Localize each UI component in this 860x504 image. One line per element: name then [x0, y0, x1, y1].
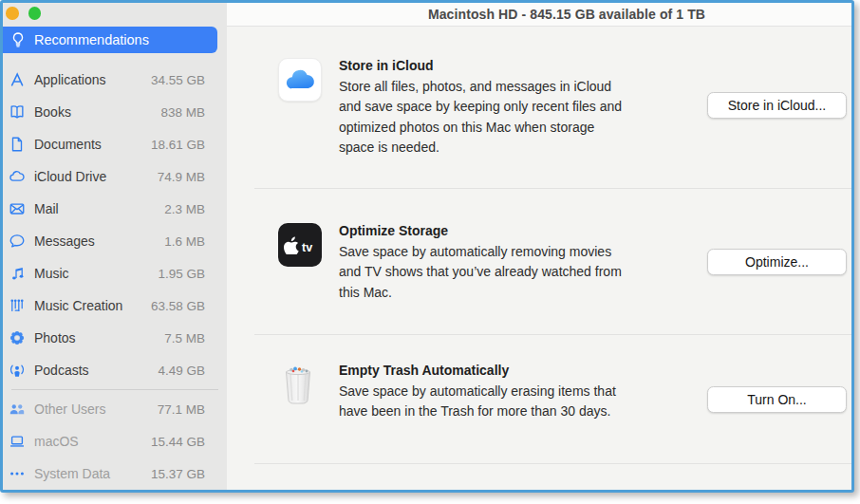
recommendation-optimize-storage: tv Optimize Storage Save space by automa… — [227, 189, 851, 334]
open-book-icon — [8, 103, 27, 121]
sidebar-divider — [11, 389, 218, 390]
section-title: Optimize Storage — [339, 223, 707, 238]
sidebar-item-recommendations[interactable]: Recommendations — [3, 27, 217, 53]
storage-management-window: Recommendations Applications 34.55 GB — [0, 0, 854, 493]
sidebar-list: Applications 34.55 GB Books 838 MB — [3, 64, 227, 490]
sidebar-item-other-users[interactable]: Other Users 77.1 MB — [3, 393, 227, 425]
sidebar: Recommendations Applications 34.55 GB — [3, 3, 227, 490]
sidebar-item-macos[interactable]: macOS 15.44 GB — [3, 425, 227, 457]
lightbulb-icon — [9, 30, 28, 49]
ellipsis-icon — [8, 464, 27, 483]
optimize-button[interactable]: Optimize... — [707, 249, 847, 275]
sidebar-item-mail[interactable]: Mail 2.3 MB — [3, 193, 227, 225]
pinwheel-icon — [8, 328, 27, 347]
sidebar-item-label: Recommendations — [34, 32, 149, 47]
sidebar-item-messages[interactable]: Messages 1.6 MB — [3, 225, 227, 257]
sidebar-item-music-creation[interactable]: Music Creation 63.58 GB — [3, 289, 227, 322]
main-content: Macintosh HD - 845.15 GB available of 1 … — [227, 3, 851, 490]
sidebar-item-podcasts[interactable]: Podcasts 4.49 GB — [3, 354, 227, 386]
laptop-icon — [8, 432, 27, 451]
music-note-icon — [8, 264, 27, 283]
minimize-button[interactable] — [6, 7, 19, 20]
section-divider — [254, 463, 851, 464]
svg-text:tv: tv — [302, 241, 312, 254]
sidebar-item-system-data[interactable]: System Data 15.37 GB — [3, 457, 227, 490]
sidebar-item-music[interactable]: Music 1.95 GB — [3, 257, 227, 289]
section-text: Optimize Storage Save space by automatic… — [339, 223, 707, 334]
section-description: Save space by automatically erasing item… — [339, 382, 707, 422]
sidebar-item-books[interactable]: Books 838 MB — [3, 96, 227, 128]
podcast-icon — [8, 361, 27, 380]
section-description: Save space by automatically removing mov… — [339, 242, 707, 303]
speech-bubble-icon — [8, 232, 27, 251]
section-description: Store all files, photos, and messages in… — [339, 77, 707, 158]
faders-icon — [8, 296, 27, 315]
two-users-icon — [8, 400, 27, 419]
traffic-lights — [3, 3, 227, 24]
zoom-button[interactable] — [28, 7, 42, 20]
icloud-app-icon — [278, 58, 322, 102]
envelope-icon — [8, 199, 27, 218]
titlebar: Macintosh HD - 845.15 GB available of 1 … — [227, 3, 851, 27]
sidebar-item-icloud-drive[interactable]: iCloud Drive 74.9 MB — [3, 160, 227, 193]
sidebar-item-applications[interactable]: Applications 34.55 GB — [3, 64, 227, 96]
section-title: Store in iCloud — [339, 58, 707, 73]
section-text: Store in iCloud Store all files, photos,… — [339, 58, 707, 188]
app-store-a-icon — [8, 70, 27, 89]
store-in-icloud-button[interactable]: Store in iCloud... — [707, 92, 847, 119]
cloud-icon — [8, 167, 27, 186]
turn-on-button[interactable]: Turn On... — [707, 386, 847, 413]
recommendation-empty-trash: Empty Trash Automatically Save space by … — [227, 335, 851, 463]
section-title: Empty Trash Automatically — [339, 363, 707, 378]
document-icon — [8, 135, 27, 154]
trash-full-icon — [278, 363, 322, 406]
apple-tv-app-icon: tv — [278, 223, 322, 267]
sidebar-item-photos[interactable]: Photos 7.5 MB — [3, 322, 227, 354]
sidebar-item-documents[interactable]: Documents 18.61 GB — [3, 128, 227, 160]
window-title: Macintosh HD - 845.15 GB available of 1 … — [428, 7, 705, 22]
section-text: Empty Trash Automatically Save space by … — [339, 363, 707, 463]
recommendation-store-in-icloud: Store in iCloud Store all files, photos,… — [227, 27, 851, 188]
